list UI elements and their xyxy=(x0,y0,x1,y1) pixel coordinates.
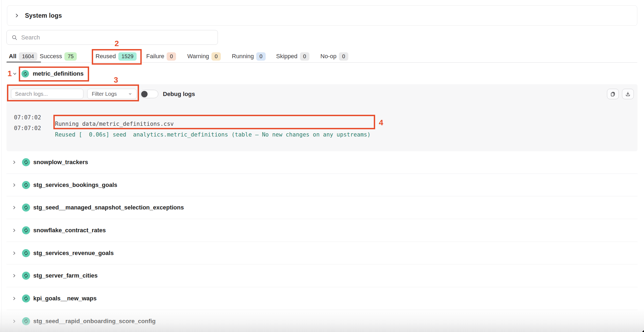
tab-failure[interactable]: Failure 0 xyxy=(146,51,176,61)
model-row[interactable]: kpi_goals__new_waps xyxy=(6,287,638,310)
panel-left-divider xyxy=(1,0,2,332)
refresh-cycle-icon xyxy=(21,70,29,78)
log-message: Running data/metric_definitions.csv xyxy=(55,121,174,127)
download-icon xyxy=(625,91,631,97)
chevron-right-icon[interactable] xyxy=(14,13,20,18)
refresh-cycle-icon xyxy=(22,249,30,257)
search-icon xyxy=(12,35,17,40)
refresh-cycle-icon xyxy=(22,181,30,189)
system-logs-screen: System logs Search All 1604 Success 75 R… xyxy=(0,0,644,332)
expanded-item-label[interactable]: metric_definitions xyxy=(33,70,83,77)
model-row-label: stg_seed__rapid_onboarding_score_config xyxy=(33,318,156,325)
debug-logs-toggle[interactable] xyxy=(140,90,158,98)
refresh-cycle-icon xyxy=(22,226,30,234)
model-row[interactable]: snowplow_trackers xyxy=(6,151,638,174)
chevron-down-icon xyxy=(128,92,132,96)
page-title: System logs xyxy=(25,12,62,19)
tab-no-op[interactable]: No-op 0 xyxy=(320,51,348,61)
tab-label: No-op xyxy=(320,53,336,60)
tab-count-badge: 1604 xyxy=(19,52,37,61)
chevron-right-icon[interactable] xyxy=(12,319,16,323)
chevron-right-icon[interactable] xyxy=(12,296,16,301)
annotation-number-1: 1 xyxy=(8,70,12,78)
corner-overlay xyxy=(640,328,644,332)
toggle-knob xyxy=(141,91,148,97)
log-timestamp: 07:07:02 xyxy=(14,125,41,131)
debug-logs-label: Debug logs xyxy=(163,91,195,98)
tab-skipped[interactable]: Skipped 0 xyxy=(276,51,309,61)
copy-logs-button[interactable] xyxy=(607,89,619,99)
model-rows: snowplow_trackers stg_services_bookings_… xyxy=(6,151,638,332)
model-row[interactable]: stg_server_farm_cities xyxy=(6,264,638,287)
model-row-label: stg_services_revenue_goals xyxy=(33,250,114,257)
refresh-cycle-icon xyxy=(22,272,30,280)
model-row-label: kpi_goals__new_waps xyxy=(33,295,97,302)
tabs-divider xyxy=(6,62,637,63)
chevron-right-icon[interactable] xyxy=(12,228,16,233)
download-logs-button[interactable] xyxy=(622,89,634,99)
tab-label: Skipped xyxy=(276,53,298,60)
refresh-cycle-icon xyxy=(22,158,30,166)
tab-reused[interactable]: Reused 1529 xyxy=(96,51,137,61)
refresh-cycle-icon xyxy=(22,204,30,212)
chevron-right-icon[interactable] xyxy=(12,160,16,164)
tab-label: Warning xyxy=(187,53,209,60)
model-row-label: stg_seed__managed_snapshot_selection_exc… xyxy=(33,204,184,211)
chevron-right-icon[interactable] xyxy=(12,251,16,255)
chevron-right-icon[interactable] xyxy=(12,183,16,187)
search-logs-placeholder: Search logs... xyxy=(15,91,48,97)
model-row[interactable]: snowflake_contract_rates xyxy=(6,219,638,242)
log-timestamp: 07:07:02 xyxy=(14,114,41,121)
tab-count-badge: 1529 xyxy=(118,52,137,61)
tab-count-badge: 0 xyxy=(211,52,221,61)
tab-label: Success xyxy=(40,53,62,60)
tab-label: Reused xyxy=(96,53,116,60)
model-row[interactable]: stg_seed__rapid_onboarding_score_config xyxy=(6,310,638,332)
model-row[interactable]: stg_services_revenue_goals xyxy=(6,242,638,265)
log-message: Reused [ 0.06s] seed analytics.metric_de… xyxy=(55,131,371,138)
tab-warning[interactable]: Warning 0 xyxy=(187,51,221,61)
search-placeholder: Search xyxy=(21,34,40,41)
filter-logs-dropdown[interactable]: Filter Logs xyxy=(87,89,137,99)
search-logs-input[interactable]: Search logs... xyxy=(11,89,83,99)
search-input[interactable]: Search xyxy=(6,30,218,45)
tab-success[interactable]: Success 75 xyxy=(40,51,77,61)
active-tab-underline xyxy=(6,61,41,63)
system-logs-header[interactable]: System logs xyxy=(7,5,637,26)
tab-label: Failure xyxy=(146,53,164,60)
model-row[interactable]: stg_services_bookings_goals xyxy=(6,174,638,197)
annotation-number-3: 3 xyxy=(114,76,118,84)
tab-count-badge: 0 xyxy=(167,52,176,61)
model-row-label: snowflake_contract_rates xyxy=(33,227,106,234)
chevron-down-icon[interactable] xyxy=(12,71,17,76)
model-row-label: stg_server_farm_cities xyxy=(33,272,98,279)
log-line: 07:07:02 Reused [ 0.06s] seed analytics.… xyxy=(0,119,14,144)
filter-logs-label: Filter Logs xyxy=(92,91,117,97)
tab-label: Running xyxy=(232,53,254,60)
tab-count-badge: 0 xyxy=(339,52,348,61)
refresh-cycle-icon xyxy=(22,317,30,325)
tab-running[interactable]: Running 0 xyxy=(232,51,266,61)
chevron-right-icon[interactable] xyxy=(12,205,16,210)
copy-icon xyxy=(610,91,616,97)
model-row-label: stg_services_bookings_goals xyxy=(33,182,117,189)
tab-count-badge: 0 xyxy=(300,52,309,61)
tab-count-badge: 0 xyxy=(256,52,266,61)
tab-count-badge: 75 xyxy=(64,52,77,61)
tab-all[interactable]: All 1604 xyxy=(9,51,37,61)
model-row-label: snowplow_trackers xyxy=(33,159,88,166)
refresh-cycle-icon xyxy=(22,294,30,303)
tab-label: All xyxy=(9,53,16,60)
model-row[interactable]: stg_seed__managed_snapshot_selection_exc… xyxy=(6,196,638,219)
chevron-right-icon[interactable] xyxy=(12,274,16,278)
